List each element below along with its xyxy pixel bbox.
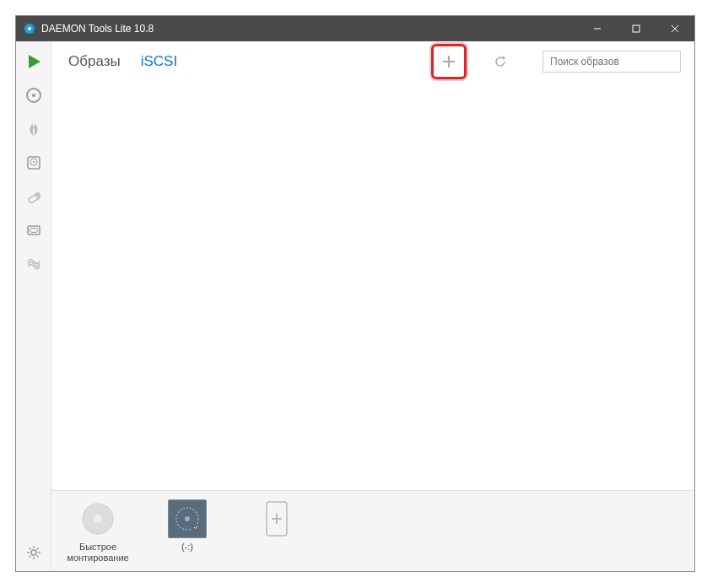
svg-point-15 bbox=[30, 229, 38, 233]
add-button-highlight bbox=[431, 44, 467, 79]
virtual-drive-label: (-:) bbox=[181, 542, 193, 553]
quick-mount-label: Быстрое монтирование bbox=[65, 542, 131, 564]
svg-point-21 bbox=[94, 515, 102, 523]
sidebar bbox=[16, 41, 51, 571]
tab-images[interactable]: Образы bbox=[68, 53, 121, 70]
maximize-button[interactable] bbox=[617, 16, 656, 41]
body: Образы iSCSI Быс bbox=[16, 41, 694, 571]
sidebar-drive-button[interactable] bbox=[19, 215, 49, 245]
svg-point-23 bbox=[185, 516, 190, 521]
svg-point-1 bbox=[28, 27, 31, 30]
toolbar: Образы iSCSI bbox=[51, 41, 694, 82]
devices-panel: Быстрое монтирование (-:) bbox=[51, 490, 694, 571]
app-icon bbox=[23, 22, 36, 35]
svg-marker-19 bbox=[503, 56, 505, 60]
sidebar-usb-button[interactable] bbox=[19, 181, 49, 212]
sidebar-play-button[interactable] bbox=[19, 46, 49, 77]
svg-rect-12 bbox=[28, 194, 39, 203]
sidebar-hdd-button[interactable] bbox=[19, 148, 49, 178]
plus-icon bbox=[441, 54, 456, 69]
svg-point-16 bbox=[31, 550, 36, 555]
svg-point-8 bbox=[32, 94, 35, 97]
app-window: DAEMON Tools Lite 10.8 bbox=[15, 15, 695, 572]
svg-rect-3 bbox=[633, 25, 640, 32]
quick-mount-icon bbox=[78, 499, 117, 538]
svg-marker-6 bbox=[29, 55, 40, 68]
window-controls bbox=[578, 16, 694, 41]
sidebar-burn-button[interactable] bbox=[19, 114, 49, 144]
add-device-icon bbox=[257, 499, 296, 538]
tab-iscsi[interactable]: iSCSI bbox=[141, 53, 177, 70]
main-area: Образы iSCSI Быс bbox=[51, 41, 694, 571]
virtual-drive-1[interactable]: (-:) bbox=[154, 499, 220, 553]
add-image-button[interactable] bbox=[435, 48, 462, 75]
sidebar-disc-button[interactable] bbox=[19, 80, 49, 111]
image-list-area bbox=[51, 82, 694, 490]
search-input[interactable] bbox=[542, 51, 681, 73]
refresh-icon bbox=[494, 55, 507, 68]
add-device[interactable] bbox=[244, 499, 310, 542]
sidebar-settings-button[interactable] bbox=[19, 537, 49, 568]
titlebar: DAEMON Tools Lite 10.8 bbox=[16, 16, 694, 41]
refresh-button[interactable] bbox=[488, 50, 512, 73]
minimize-button[interactable] bbox=[578, 16, 617, 41]
svg-point-24 bbox=[192, 524, 199, 531]
quick-mount-device[interactable]: Быстрое монтирование bbox=[65, 499, 131, 564]
sidebar-network-button[interactable] bbox=[19, 249, 49, 279]
virtual-drive-icon bbox=[168, 499, 207, 538]
window-title: DAEMON Tools Lite 10.8 bbox=[41, 23, 578, 35]
svg-point-11 bbox=[33, 161, 35, 163]
close-button[interactable] bbox=[656, 16, 694, 41]
